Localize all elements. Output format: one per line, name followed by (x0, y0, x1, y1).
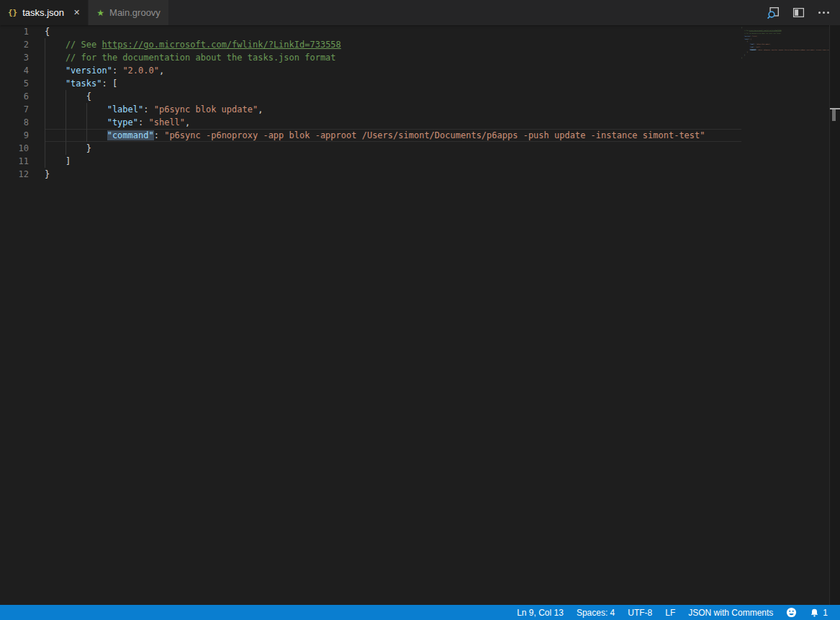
code-token: : [ (101, 78, 117, 89)
code-token: "version" (66, 66, 112, 76)
code-token: "type" (107, 117, 138, 127)
line-number[interactable]: 12 (0, 168, 29, 181)
code-line-content[interactable]: // See https://go.microsoft.com/fwlink/?… (45, 38, 741, 51)
code-token: } (45, 169, 50, 179)
indent-guide (45, 51, 66, 64)
code-line-content[interactable]: } (45, 142, 741, 155)
indent-guide (66, 116, 86, 129)
minimap-line: "command": "p6sync -p6noproxy -app blok … (741, 48, 829, 51)
line-number[interactable]: 8 (0, 116, 29, 129)
line-number[interactable]: 1 (0, 25, 29, 38)
code-token: "command" (107, 130, 154, 140)
indentation-setting[interactable]: Spaces: 4 (570, 605, 621, 620)
code-token: { (45, 27, 50, 37)
code-line-content[interactable]: // for the documentation about the tasks… (45, 51, 741, 64)
code-line-content[interactable]: ] (45, 155, 741, 168)
bell-icon (810, 608, 819, 618)
line-number[interactable]: 2 (0, 38, 29, 51)
indent-guide (45, 103, 66, 116)
code-line[interactable]: 12} (0, 168, 741, 181)
editor-actions (766, 0, 840, 25)
code-line[interactable]: 7"label": "p6sync blok update", (0, 103, 741, 116)
open-preview-icon[interactable] (766, 6, 780, 20)
ruler-selection-marker (832, 109, 836, 121)
indent-guide (66, 142, 86, 155)
indent-guide (45, 129, 66, 142)
indent-guide (45, 155, 66, 168)
code-editor[interactable]: 1{2// See https://go.microsoft.com/fwlin… (0, 25, 741, 605)
code-token: "shell" (148, 117, 185, 127)
language-mode[interactable]: JSON with Comments (682, 605, 780, 620)
editor-group: 1{2// See https://go.microsoft.com/fwlin… (0, 25, 840, 605)
code-token: , (159, 66, 164, 76)
code-line[interactable]: 11] (0, 155, 741, 168)
minimap-line: } (741, 57, 829, 60)
code-lines: 1{2// See https://go.microsoft.com/fwlin… (0, 25, 741, 181)
tab-label: tasks.json (22, 7, 64, 18)
code-line[interactable]: 6{ (0, 90, 741, 103)
minimap-content: { // See https://go.microsoft.com/fwlink… (741, 27, 829, 59)
line-number[interactable]: 7 (0, 103, 29, 116)
indent-guide (66, 129, 86, 142)
code-line[interactable]: 9"command": "p6sync -p6noproxy -app blok… (0, 129, 741, 142)
close-icon[interactable]: ✕ (73, 8, 80, 17)
line-number[interactable]: 6 (0, 90, 29, 103)
notifications-bell[interactable]: 1 (803, 605, 834, 620)
indent-guide (45, 38, 66, 51)
code-token: ] (66, 156, 71, 166)
code-token: "label" (107, 104, 144, 114)
line-number[interactable]: 10 (0, 142, 29, 155)
code-line[interactable]: 2// See https://go.microsoft.com/fwlink/… (0, 38, 741, 51)
split-editor-icon[interactable] (791, 6, 805, 20)
code-line-content[interactable]: "tasks": [ (45, 77, 741, 90)
eol-setting[interactable]: LF (659, 605, 682, 620)
code-token: "tasks" (66, 78, 102, 89)
indent-guide (45, 116, 66, 129)
code-token: : (138, 117, 148, 127)
code-token: , (258, 104, 263, 114)
status-bar: Ln 9, Col 13 Spaces: 4 UTF-8 LF JSON wit… (0, 605, 840, 620)
code-line[interactable]: 10} (0, 142, 741, 155)
code-line-content[interactable]: { (45, 25, 741, 38)
indent-guide (86, 103, 107, 116)
line-number[interactable]: 9 (0, 129, 29, 142)
indent-guide (86, 116, 107, 129)
overview-ruler[interactable] (829, 25, 840, 605)
code-token: // for the documentation about the tasks… (66, 53, 336, 63)
encoding-setting[interactable]: UTF-8 (621, 605, 659, 620)
tab-main-groovy[interactable]: ★ Main.groovy (89, 0, 168, 25)
line-number[interactable]: 4 (0, 64, 29, 77)
code-line-content[interactable]: "type": "shell", (45, 116, 741, 129)
indent-guide (45, 77, 66, 90)
line-number[interactable]: 3 (0, 51, 29, 64)
line-number[interactable]: 5 (0, 77, 29, 90)
code-line[interactable]: 4"version": "2.0.0", (0, 64, 741, 77)
code-line-content[interactable]: { (45, 90, 741, 103)
cursor-position[interactable]: Ln 9, Col 13 (510, 605, 570, 620)
code-line[interactable]: 5"tasks": [ (0, 77, 741, 90)
indent-guide (45, 142, 66, 155)
code-token: , (185, 117, 190, 127)
feedback-smiley-icon[interactable] (780, 605, 803, 620)
code-line[interactable]: 1{ (0, 25, 741, 38)
code-line[interactable]: 3// for the documentation about the task… (0, 51, 741, 64)
tab-label: Main.groovy (109, 7, 161, 18)
groovy-file-icon: ★ (96, 9, 104, 17)
indent-guide (66, 90, 86, 103)
indent-guide (66, 103, 86, 116)
code-line-content[interactable]: "label": "p6sync blok update", (45, 103, 741, 116)
line-number[interactable]: 11 (0, 155, 29, 168)
more-actions-icon[interactable] (816, 6, 831, 20)
code-line[interactable]: 8"type": "shell", (0, 116, 741, 129)
minimap[interactable]: { // See https://go.microsoft.com/fwlink… (741, 25, 829, 605)
code-line-content[interactable]: "command": "p6sync -p6noproxy -app blok … (45, 129, 741, 142)
indent-guide (45, 64, 66, 77)
code-token: { (86, 91, 91, 102)
code-line-content[interactable]: } (45, 168, 741, 181)
editor-tab-bar: {} tasks.json ✕ ★ Main.groovy (0, 0, 840, 25)
tab-tasks-json[interactable]: {} tasks.json ✕ (0, 0, 88, 25)
code-token: "p6sync blok update" (154, 104, 258, 114)
code-token: "p6sync -p6noproxy -app blok -approot /U… (164, 130, 705, 140)
code-line-content[interactable]: "version": "2.0.0", (45, 64, 741, 77)
code-token: : (112, 66, 122, 76)
